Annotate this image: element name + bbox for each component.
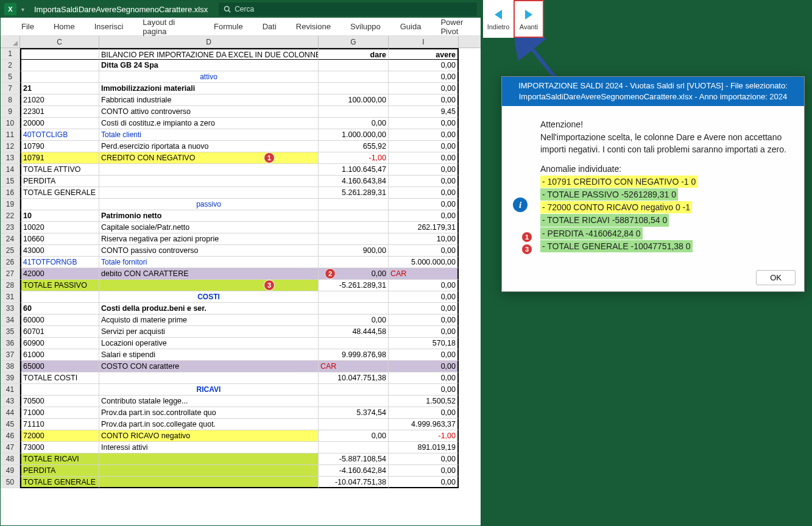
cell[interactable]: 0,00 bbox=[389, 349, 459, 361]
cell[interactable]: 71110 bbox=[20, 419, 99, 430]
cell[interactable]: 0,00 bbox=[389, 210, 459, 222]
cell[interactable]: -1,00 bbox=[319, 152, 389, 164]
cell[interactable]: CREDITO CON NEGATIVO bbox=[99, 152, 319, 164]
col-header-g[interactable]: G bbox=[319, 36, 389, 48]
cell[interactable]: 100.000,00 bbox=[319, 94, 389, 106]
cell[interactable]: 73000 bbox=[20, 442, 99, 453]
cell[interactable]: Fabbricati industriale bbox=[99, 94, 319, 106]
cell[interactable] bbox=[319, 384, 389, 396]
cell[interactable]: 0,00 bbox=[389, 94, 459, 106]
cell[interactable]: 10.047.751,38 bbox=[319, 372, 389, 384]
cell[interactable]: 0,00 bbox=[389, 199, 459, 210]
cell[interactable] bbox=[20, 199, 99, 210]
row-header[interactable]: 39 bbox=[1, 372, 20, 384]
cell[interactable]: Salari e stipendi bbox=[99, 349, 319, 361]
cell[interactable]: 0,00 bbox=[389, 152, 459, 164]
cell[interactable]: Contributo statale legge... bbox=[99, 396, 319, 407]
row-header[interactable]: 33 bbox=[1, 303, 20, 315]
cell[interactable] bbox=[99, 187, 319, 199]
cell[interactable] bbox=[319, 233, 389, 245]
row-header[interactable]: 14 bbox=[1, 164, 20, 176]
row-header[interactable]: 23 bbox=[1, 222, 20, 233]
cell[interactable]: CONTO passivo controverso bbox=[99, 245, 319, 257]
cell[interactable]: 43000 bbox=[20, 245, 99, 257]
row-header[interactable]: 15 bbox=[1, 176, 20, 187]
cell[interactable] bbox=[319, 291, 389, 303]
row-header[interactable]: 25 bbox=[1, 245, 20, 257]
cell[interactable] bbox=[99, 372, 319, 384]
cell[interactable]: 40TOTCLIGB bbox=[20, 129, 99, 141]
cell[interactable]: 0,00 bbox=[389, 176, 459, 187]
row-header[interactable]: 24 bbox=[1, 233, 20, 245]
cell[interactable]: 60 bbox=[20, 303, 99, 315]
cell[interactable]: 0,00 bbox=[389, 187, 459, 199]
cell[interactable]: 22301 bbox=[20, 106, 99, 118]
cell[interactable]: TOTALE ATTIVO bbox=[20, 164, 99, 176]
cell[interactable]: 0,00 bbox=[389, 326, 459, 338]
ribbon-tab-guida[interactable]: Guida bbox=[398, 18, 424, 35]
cell[interactable]: 42000 bbox=[20, 268, 99, 280]
cell[interactable]: 1.100.645,47 bbox=[319, 164, 389, 176]
cell[interactable] bbox=[20, 291, 99, 303]
cell[interactable]: 0,00 bbox=[389, 303, 459, 315]
cell[interactable]: Riserva negativa per azioni proprie bbox=[99, 233, 319, 245]
cell[interactable]: 0,00 bbox=[389, 71, 459, 83]
cell[interactable]: Prov.da part.in soc.collegate quot. bbox=[99, 419, 319, 430]
cell[interactable]: 9,45 bbox=[389, 106, 459, 118]
cell[interactable]: 0,00 bbox=[389, 361, 459, 372]
cell[interactable]: Capitale sociale/Patr.netto bbox=[99, 222, 319, 233]
cell[interactable] bbox=[20, 71, 99, 83]
row-header[interactable]: 12 bbox=[1, 141, 20, 152]
cell[interactable]: 900,00 bbox=[319, 245, 389, 257]
cell[interactable]: TOTALE GENERALE bbox=[20, 477, 99, 488]
cell[interactable] bbox=[319, 442, 389, 453]
cell[interactable] bbox=[319, 396, 389, 407]
cell[interactable] bbox=[319, 60, 389, 71]
cell[interactable]: 891.019,19 bbox=[389, 442, 459, 453]
cell[interactable]: 0,00 bbox=[389, 83, 459, 94]
row-header[interactable]: 46 bbox=[1, 430, 20, 442]
cell[interactable]: 10 bbox=[20, 210, 99, 222]
cell[interactable]: 4.160.643,84 bbox=[319, 176, 389, 187]
row-header[interactable]: 47 bbox=[1, 442, 20, 453]
row-header[interactable]: 26 bbox=[1, 257, 20, 268]
cell[interactable]: Patrimonio netto bbox=[99, 210, 319, 222]
cell[interactable] bbox=[99, 465, 319, 477]
cell[interactable]: -1,00 bbox=[389, 430, 459, 442]
header-cell[interactable]: avere bbox=[389, 48, 459, 60]
cell[interactable] bbox=[319, 106, 389, 118]
cell[interactable]: Locazioni operative bbox=[99, 338, 319, 349]
cell[interactable]: 1.000.000,00 bbox=[319, 129, 389, 141]
cell[interactable]: passivo bbox=[99, 199, 319, 210]
cell[interactable]: 0,00 bbox=[319, 118, 389, 129]
header-cell[interactable]: BILANCIO PER IMPORTAZIONE DA EXCEL IN DU… bbox=[99, 48, 319, 60]
cell[interactable]: -5.887.108,54 bbox=[319, 453, 389, 465]
cell[interactable]: 0,00 bbox=[389, 141, 459, 152]
row-header[interactable]: 49 bbox=[1, 465, 20, 477]
row-header[interactable]: 27 bbox=[1, 268, 20, 280]
cell[interactable]: debito CON CARATTERE bbox=[99, 268, 319, 280]
cell[interactable] bbox=[20, 60, 99, 71]
cell[interactable]: PERDITA bbox=[20, 176, 99, 187]
cell[interactable]: 60900 bbox=[20, 338, 99, 349]
ok-button[interactable]: OK bbox=[756, 270, 796, 285]
ribbon-tab-inserisci[interactable]: Inserisci bbox=[92, 18, 126, 35]
cell[interactable]: 60000 bbox=[20, 315, 99, 326]
header-cell[interactable] bbox=[20, 48, 99, 60]
cell[interactable]: 0,00 bbox=[389, 315, 459, 326]
ribbon-tab-sviluppo[interactable]: Sviluppo bbox=[348, 18, 383, 35]
row-header[interactable]: 31 bbox=[1, 291, 20, 303]
cell[interactable] bbox=[319, 338, 389, 349]
ribbon-tab-home[interactable]: Home bbox=[51, 18, 77, 35]
cell[interactable]: 0,00 bbox=[389, 129, 459, 141]
cell[interactable]: 72000 bbox=[20, 430, 99, 442]
cell[interactable]: -5.261.289,31 bbox=[319, 280, 389, 291]
cell[interactable]: 0,00 bbox=[389, 118, 459, 129]
cell[interactable]: 41TOTFORNGB bbox=[20, 257, 99, 268]
back-button[interactable]: Indietro bbox=[483, 0, 514, 38]
cell[interactable] bbox=[99, 164, 319, 176]
cell[interactable]: 655,92 bbox=[319, 141, 389, 152]
cell[interactable]: 20000 bbox=[20, 118, 99, 129]
row-header[interactable]: 44 bbox=[1, 407, 20, 419]
cell[interactable]: COSTO CON carattere bbox=[99, 361, 319, 372]
